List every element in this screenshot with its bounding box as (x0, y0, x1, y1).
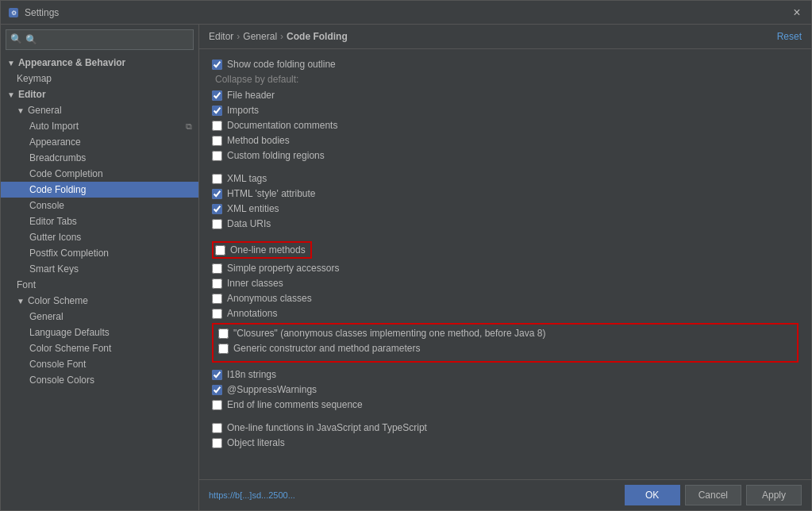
closures-label[interactable]: "Closures" (anonymous classes implementi… (233, 328, 545, 339)
expand-arrow: ▼ (17, 106, 25, 115)
closures-row: "Closures" (anonymous classes implementi… (218, 328, 792, 339)
one-line-functions-label[interactable]: One-line functions in JavaScript and Typ… (227, 422, 427, 433)
sidebar-item-label: Editor (18, 89, 192, 100)
one-line-methods-highlight: One-line methods (212, 241, 799, 259)
html-style-checkbox[interactable] (212, 189, 222, 199)
inner-classes-checkbox[interactable] (212, 279, 222, 289)
cancel-button[interactable]: Cancel (685, 485, 741, 505)
sidebar-item-smart-keys[interactable]: Smart Keys (1, 261, 198, 277)
annotations-label[interactable]: Annotations (227, 308, 277, 319)
object-literals-checkbox[interactable] (212, 438, 222, 448)
anonymous-classes-label[interactable]: Anonymous classes (227, 293, 312, 304)
sidebar-item-code-completion[interactable]: Code Completion (1, 166, 198, 182)
titlebar: ⚙ Settings × (1, 1, 811, 25)
i18n-checkbox[interactable] (212, 370, 222, 380)
show-outline-checkbox[interactable] (212, 60, 222, 70)
collapse-default-label: Collapse by default: (215, 74, 799, 85)
close-button[interactable]: × (789, 5, 805, 21)
apply-button[interactable]: Apply (746, 485, 802, 505)
generic-constructor-label[interactable]: Generic constructor and method parameter… (233, 343, 420, 354)
inner-classes-row: Inner classes (212, 278, 799, 289)
xml-tags-label[interactable]: XML tags (227, 173, 267, 184)
sidebar-item-label: Appearance (29, 136, 192, 148)
suppress-warnings-label[interactable]: @SuppressWarnings (227, 384, 317, 395)
xml-tags-checkbox[interactable] (212, 174, 222, 184)
sidebar-item-color-scheme[interactable]: ▼ Color Scheme (1, 293, 198, 309)
expand-arrow: ▼ (7, 90, 15, 99)
checkbox-group-7: One-line functions in JavaScript and Typ… (212, 422, 799, 448)
i18n-row: I18n strings (212, 369, 799, 380)
svg-text:⚙: ⚙ (11, 10, 17, 17)
xml-entities-checkbox[interactable] (212, 204, 222, 214)
reset-link[interactable]: Reset (777, 31, 802, 42)
sidebar-item-color-scheme-font[interactable]: Color Scheme Font (1, 340, 198, 356)
inner-classes-label[interactable]: Inner classes (227, 278, 283, 289)
sidebar-item-language-defaults[interactable]: Language Defaults (1, 325, 198, 340)
end-of-line-checkbox[interactable] (212, 400, 222, 410)
anonymous-classes-checkbox[interactable] (212, 294, 222, 304)
breadcrumb-sep-2: › (280, 31, 283, 42)
sidebar-item-label: Language Defaults (29, 327, 192, 338)
sidebar-item-font[interactable]: Font (1, 277, 198, 293)
sidebar-item-label: Color Scheme Font (29, 343, 192, 354)
sidebar-item-keymap[interactable]: Keymap (1, 71, 198, 86)
breadcrumb-editor: Editor (209, 31, 233, 42)
show-outline-label[interactable]: Show code folding outline (227, 59, 336, 70)
i18n-label[interactable]: I18n strings (227, 369, 276, 380)
generic-constructor-row: Generic constructor and method parameter… (218, 343, 792, 354)
suppress-warnings-row: @SuppressWarnings (212, 384, 799, 395)
search-icon: 🔍 (10, 33, 22, 44)
sidebar-item-appearance-behavior[interactable]: ▼ Appearance & Behavior (1, 55, 198, 71)
method-bodies-checkbox[interactable] (212, 136, 222, 146)
sidebar-item-general[interactable]: ▼ General (1, 102, 198, 118)
simple-property-row: Simple property accessors (212, 263, 799, 274)
sidebar-item-console-font[interactable]: Console Font (1, 356, 198, 372)
annotations-checkbox[interactable] (212, 309, 222, 319)
doc-comments-label[interactable]: Documentation comments (227, 120, 337, 131)
doc-comments-checkbox[interactable] (212, 121, 222, 131)
simple-property-checkbox[interactable] (212, 263, 222, 274)
sidebar-item-label: Postfix Completion (29, 248, 192, 259)
sidebar-item-auto-import[interactable]: Auto Import ⧉ (1, 118, 198, 134)
imports-label[interactable]: Imports (227, 105, 259, 116)
one-line-methods-checkbox[interactable] (215, 245, 225, 256)
sidebar-item-gutter-icons[interactable]: Gutter Icons (1, 229, 198, 245)
doc-comments-row: Documentation comments (212, 120, 799, 131)
object-literals-label[interactable]: Object literals (227, 437, 285, 448)
sidebar-item-editor-tabs[interactable]: Editor Tabs (1, 213, 198, 229)
sidebar-item-breadcrumbs[interactable]: Breadcrumbs (1, 150, 198, 166)
ok-button[interactable]: OK (625, 485, 680, 505)
sidebar-item-console-colors[interactable]: Console Colors (1, 372, 198, 388)
file-header-checkbox[interactable] (212, 90, 222, 101)
custom-folding-label[interactable]: Custom folding regions (227, 150, 325, 161)
sidebar-item-label: Appearance & Behavior (18, 57, 192, 68)
checkbox-group-6: I18n strings @SuppressWarnings End of li… (212, 369, 799, 410)
method-bodies-label[interactable]: Method bodies (227, 135, 290, 146)
simple-property-label[interactable]: Simple property accessors (227, 263, 339, 274)
generic-constructor-checkbox[interactable] (218, 344, 229, 354)
xml-tags-row: XML tags (212, 173, 799, 184)
suppress-warnings-checkbox[interactable] (212, 385, 222, 395)
end-of-line-label[interactable]: End of line comments sequence (227, 399, 363, 410)
sidebar-item-label: Color Scheme (28, 295, 192, 306)
imports-checkbox[interactable] (212, 106, 222, 116)
sidebar: 🔍 ▼ Appearance & Behavior Keymap ▼ Edito… (1, 25, 199, 510)
sidebar-item-appearance[interactable]: Appearance (1, 134, 198, 150)
data-uris-row: Data URIs (212, 218, 799, 229)
data-uris-checkbox[interactable] (212, 219, 222, 229)
data-uris-label[interactable]: Data URIs (227, 218, 271, 229)
closures-checkbox[interactable] (218, 328, 229, 339)
file-header-label[interactable]: File header (227, 90, 275, 101)
html-style-label[interactable]: HTML 'style' attribute (227, 188, 316, 199)
custom-folding-checkbox[interactable] (212, 151, 222, 161)
one-line-methods-label[interactable]: One-line methods (230, 244, 306, 256)
xml-entities-label[interactable]: XML entities (227, 203, 279, 214)
sidebar-item-code-folding[interactable]: Code Folding (1, 182, 198, 198)
one-line-functions-checkbox[interactable] (212, 423, 222, 433)
search-input[interactable] (6, 29, 194, 50)
sidebar-item-console[interactable]: Console (1, 198, 198, 213)
sidebar-item-cs-general[interactable]: General (1, 309, 198, 325)
sidebar-item-postfix-completion[interactable]: Postfix Completion (1, 245, 198, 261)
panel-content: Show code folding outline Collapse by de… (199, 49, 811, 479)
sidebar-item-editor[interactable]: ▼ Editor (1, 86, 198, 102)
